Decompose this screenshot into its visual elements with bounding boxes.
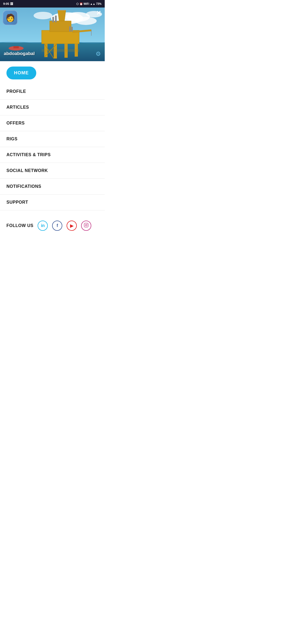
status-bar: 9:05 🖼 ⬡ ⏰ WiFi ▲▲ 73% <box>0 0 105 8</box>
status-icons-area: ⬡ ⏰ WiFi ▲▲ 73% <box>76 2 102 5</box>
image-icon: 🖼 <box>10 2 13 5</box>
instagram-button[interactable] <box>81 221 91 231</box>
menu-item-profile[interactable]: PROFILE <box>0 84 105 100</box>
wifi-icon: WiFi <box>84 2 89 5</box>
battery-display: 73% <box>96 2 102 5</box>
signal-icon: ▲▲ <box>90 2 95 5</box>
menu-item-social-network[interactable]: SOCIAL NETWORK <box>0 163 105 179</box>
username-label: abdoabogabal <box>4 51 35 56</box>
svg-marker-15 <box>58 10 66 21</box>
alarm-icon: ⏰ <box>79 2 83 5</box>
menu-item-articles[interactable]: ARTICLES <box>0 100 105 115</box>
svg-point-3 <box>75 17 97 25</box>
svg-rect-14 <box>50 21 71 32</box>
time-display: 9:05 <box>3 2 9 5</box>
home-button[interactable]: HOME <box>6 67 36 79</box>
linkedin-button[interactable]: in <box>38 221 48 231</box>
svg-rect-20 <box>71 27 73 32</box>
menu-item-support[interactable]: SUPPORT <box>0 195 105 210</box>
close-button[interactable]: ✕ <box>96 10 101 16</box>
svg-rect-19 <box>69 26 71 32</box>
svg-rect-18 <box>55 16 57 22</box>
svg-point-28 <box>87 224 88 224</box>
svg-rect-26 <box>84 223 88 227</box>
linkedin-icon: in <box>41 223 45 228</box>
facebook-button[interactable]: f <box>52 221 62 231</box>
youtube-icon: ▶ <box>70 223 73 228</box>
svg-point-27 <box>85 224 87 226</box>
hero-banner: 🧑 abdoabogabal ✕ ⚙ <box>0 8 105 61</box>
menu-item-offers[interactable]: OFFERS <box>0 115 105 131</box>
follow-us-section: FOLLOW US in f ▶ <box>0 213 105 237</box>
avatar-icon: 🧑 <box>6 13 15 22</box>
menu-item-activities[interactable]: ACTIVITIES & TRIPS <box>0 147 105 163</box>
instagram-icon <box>84 223 89 229</box>
settings-button[interactable]: ⚙ <box>96 50 101 57</box>
svg-rect-24 <box>13 46 19 48</box>
menu-item-rigs[interactable]: RIGS <box>0 131 105 147</box>
user-avatar[interactable]: 🧑 <box>3 10 18 25</box>
svg-rect-17 <box>52 17 54 22</box>
sim-icon: ⬡ <box>76 2 79 5</box>
svg-point-4 <box>34 12 52 19</box>
menu-item-notifications[interactable]: NOTIFICATIONS <box>0 179 105 195</box>
youtube-button[interactable]: ▶ <box>67 221 77 231</box>
svg-rect-25 <box>42 49 79 52</box>
follow-label: FOLLOW US <box>6 223 33 228</box>
status-time-area: 9:05 🖼 <box>3 2 13 5</box>
facebook-icon: f <box>57 223 58 228</box>
menu-container: HOME PROFILE ARTICLES OFFERS RIGS ACTIVI… <box>0 61 105 213</box>
